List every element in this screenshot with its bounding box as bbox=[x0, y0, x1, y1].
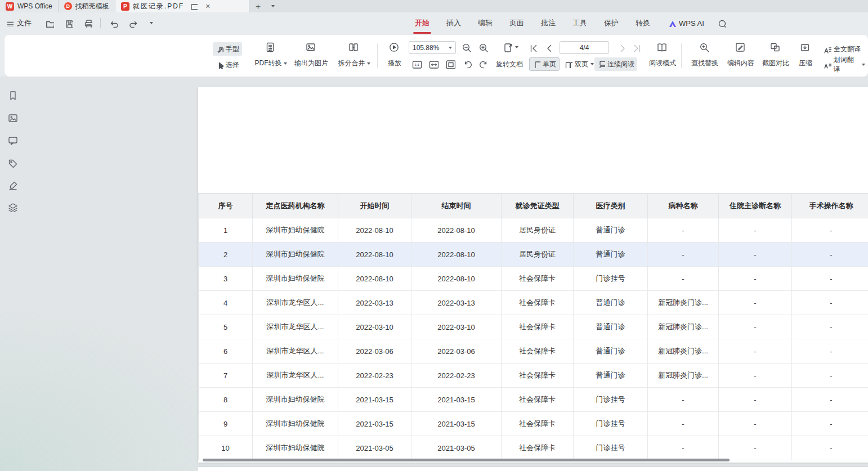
menu-tab[interactable]: 保护 bbox=[604, 12, 619, 34]
table-cell: 2022-08-10 bbox=[411, 218, 502, 243]
undo-history-chevron-icon[interactable] bbox=[145, 16, 158, 30]
find-replace-label: 查找替换 bbox=[691, 59, 718, 68]
fit-page-button[interactable] bbox=[444, 57, 457, 71]
table-cell: - bbox=[792, 291, 868, 315]
column-header: 住院主诊断名称 bbox=[719, 194, 792, 218]
table-cell: 2022-03-10 bbox=[411, 315, 502, 339]
continuous-read-button[interactable]: 连续阅读 bbox=[594, 57, 637, 71]
search-button[interactable] bbox=[715, 16, 728, 30]
redo-button[interactable] bbox=[126, 16, 139, 30]
table-cell: - bbox=[648, 436, 719, 460]
next-page-button[interactable] bbox=[615, 41, 628, 54]
table-row: 1深圳市妇幼保健院2022-08-102022-08-10居民身份证普通门诊--… bbox=[199, 218, 868, 243]
tag-icon bbox=[7, 158, 17, 168]
edit-content-button[interactable]: 编辑内容 bbox=[724, 40, 758, 71]
menu-tab[interactable]: 转换 bbox=[636, 12, 650, 34]
layers-icon bbox=[7, 202, 17, 212]
column-header: 病种名称 bbox=[648, 194, 719, 218]
zoom-out-button[interactable] bbox=[459, 41, 473, 54]
table-cell: - bbox=[792, 436, 868, 460]
docer-icon: D bbox=[64, 2, 72, 10]
menu-tab[interactable]: 页面 bbox=[509, 12, 524, 34]
last-page-button[interactable] bbox=[629, 41, 643, 54]
table-cell: 深圳市龙华区人... bbox=[253, 339, 338, 364]
read-mode-button[interactable]: 阅读模式 bbox=[646, 40, 679, 71]
menu-tab[interactable]: 批注 bbox=[541, 12, 556, 34]
find-replace-button[interactable]: 查找替换 bbox=[688, 40, 722, 71]
undo-button[interactable] bbox=[106, 16, 120, 30]
table-cell: 新冠肺炎门诊... bbox=[648, 339, 719, 364]
table-cell: - bbox=[719, 267, 792, 291]
select-tool-button[interactable]: 选择 bbox=[213, 58, 242, 71]
full-translate-button[interactable]: 全文翻译 bbox=[820, 42, 863, 56]
pdf-convert-label: PDF转换 bbox=[255, 59, 282, 68]
tag-panel-button[interactable] bbox=[7, 158, 17, 168]
chevron-down-icon bbox=[449, 47, 452, 49]
single-page-button[interactable]: 单页 bbox=[529, 57, 560, 71]
compress-button[interactable]: 压缩 bbox=[794, 40, 817, 71]
edit-content-icon bbox=[735, 42, 747, 54]
hand-tool-button[interactable]: 手型 bbox=[213, 42, 242, 56]
double-page-button[interactable]: 双页 bbox=[562, 57, 597, 71]
table-cell: 深圳市龙华区人... bbox=[253, 291, 338, 315]
rotate-left-button[interactable] bbox=[460, 57, 474, 71]
table-cell: 社会保障卡 bbox=[502, 291, 574, 315]
export-image-button[interactable]: 输出为图片 bbox=[290, 40, 332, 71]
toolbar-divider bbox=[377, 43, 378, 68]
screenshot-compare-button[interactable]: 截图对比 bbox=[759, 40, 793, 71]
document-tab-title: 就医记录.PDF bbox=[133, 2, 184, 11]
export-image-icon bbox=[305, 42, 317, 54]
print-button[interactable] bbox=[81, 16, 95, 30]
wps-ai-button[interactable]: WPS AI bbox=[667, 19, 704, 28]
table-cell: 新冠肺炎门诊... bbox=[648, 291, 719, 315]
previous-page-button[interactable] bbox=[542, 41, 555, 54]
open-file-button[interactable] bbox=[43, 16, 56, 30]
thumbnail-panel-button[interactable] bbox=[7, 113, 17, 123]
medical-records-table: 序号定点医药机构名称开始时间结束时间就诊凭证类型医疗类别病种名称住院主诊断名称手… bbox=[198, 193, 868, 460]
table-cell: - bbox=[719, 218, 792, 243]
annotate-panel-button[interactable] bbox=[7, 180, 17, 190]
table-cell: - bbox=[719, 436, 792, 460]
word-translate-button[interactable]: 划词翻译 bbox=[820, 58, 868, 71]
menu-tab[interactable]: 工具 bbox=[572, 12, 587, 34]
pdf-convert-icon bbox=[265, 42, 277, 54]
tab-list-chevron-icon[interactable] bbox=[267, 0, 279, 12]
rotate-document-label: 旋转文档 bbox=[496, 60, 523, 69]
file-menu-button[interactable]: 文件 bbox=[6, 12, 32, 34]
fit-width-button[interactable] bbox=[427, 57, 440, 71]
actual-size-button[interactable]: 1:1 bbox=[410, 57, 423, 71]
close-tab-icon[interactable]: × bbox=[203, 2, 212, 10]
save-button[interactable] bbox=[62, 16, 75, 30]
zoom-in-button[interactable] bbox=[476, 41, 490, 54]
pdf-convert-button[interactable]: PDF转换 bbox=[252, 40, 289, 71]
table-body: 1深圳市妇幼保健院2022-08-102022-08-10居民身份证普通门诊--… bbox=[199, 218, 868, 460]
document-tab[interactable]: P 就医记录.PDF × bbox=[115, 0, 249, 12]
rotate-right-button[interactable] bbox=[476, 57, 490, 71]
horizontal-scrollbar[interactable] bbox=[203, 459, 730, 461]
menu-tab[interactable]: 插入 bbox=[446, 12, 461, 34]
table-cell: 深圳市妇幼保健院 bbox=[253, 388, 338, 412]
play-button[interactable]: 播放 bbox=[382, 40, 408, 71]
menu-tab[interactable]: 开始 bbox=[415, 12, 429, 34]
docer-tab[interactable]: D 找稻壳模板 bbox=[59, 0, 115, 12]
page-bottom-edge bbox=[198, 467, 868, 471]
home-tab[interactable]: W WPS Office bbox=[0, 0, 59, 12]
split-merge-button[interactable]: 拆分合并 bbox=[334, 40, 374, 71]
toolbar-divider bbox=[681, 43, 682, 68]
first-page-button[interactable] bbox=[526, 41, 539, 54]
column-header: 开始时间 bbox=[338, 194, 411, 218]
comment-panel-button[interactable] bbox=[7, 135, 17, 145]
new-tab-button[interactable]: ＋ bbox=[249, 0, 267, 12]
table-cell: 深圳市妇幼保健院 bbox=[253, 267, 338, 291]
table-cell: 2021-03-15 bbox=[338, 412, 411, 436]
rotate-document-button[interactable]: 旋转文档 bbox=[493, 57, 526, 71]
cast-screen-icon[interactable] bbox=[187, 2, 200, 10]
layers-panel-button[interactable] bbox=[7, 202, 17, 212]
single-page-icon bbox=[533, 60, 540, 68]
bookmark-panel-button[interactable] bbox=[7, 90, 17, 100]
page-jump-button[interactable] bbox=[500, 41, 521, 54]
page-number-input[interactable]: 4/4 bbox=[560, 41, 609, 54]
window-tab-bar: W WPS Office D 找稻壳模板 P 就医记录.PDF × ＋ bbox=[0, 0, 868, 12]
menu-tab[interactable]: 编辑 bbox=[478, 12, 493, 34]
zoom-level-select[interactable]: 105.88% bbox=[409, 41, 456, 54]
